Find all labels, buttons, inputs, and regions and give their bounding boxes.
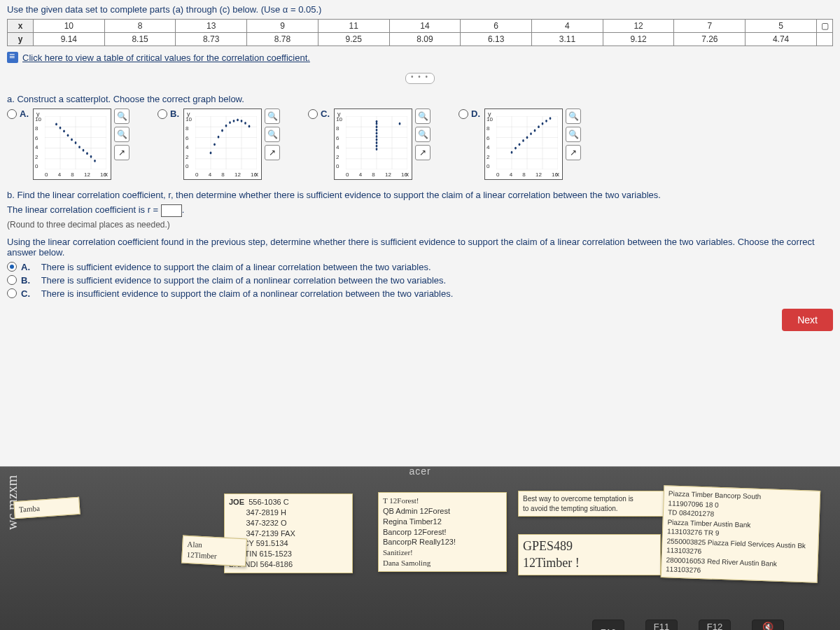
svg-point-77: [511, 151, 513, 154]
xtick: 0: [346, 172, 349, 178]
r-input[interactable]: [161, 204, 182, 217]
expand-icon[interactable]: ↗: [114, 145, 130, 160]
xcell: 14: [389, 20, 461, 33]
mc-b-text: There is sufficient evidence to support …: [41, 275, 447, 286]
scatter-option-d[interactable]: D. y x 10 8 6 4 2 0 0 4: [458, 108, 581, 180]
key-f12[interactable]: F12▶▶|: [699, 620, 731, 630]
sticky6-line: Piazza Timber Austin Bank: [667, 518, 750, 528]
radio-mc-a[interactable]: [7, 262, 17, 272]
next-button[interactable]: Next: [782, 309, 833, 331]
zoom-out-icon[interactable]: 🔍: [265, 127, 280, 142]
xtick: 0: [496, 172, 499, 178]
sticky2-line: 347-3232 O: [246, 519, 286, 527]
svg-point-11: [55, 123, 57, 126]
svg-point-87: [550, 117, 552, 120]
ycell: 8.78: [247, 33, 318, 46]
radio-b[interactable]: [158, 109, 167, 119]
xcell: 10: [34, 20, 105, 33]
svg-point-17: [78, 146, 80, 148]
ytick: 6: [35, 135, 45, 141]
svg-point-42: [244, 122, 246, 125]
mc-option-c[interactable]: C. There is insufficient evidence to sup…: [7, 288, 833, 299]
svg-point-37: [225, 125, 227, 127]
zoom-in-icon[interactable]: 🔍: [114, 108, 130, 124]
svg-point-41: [241, 120, 243, 122]
xtick: 8: [372, 172, 374, 178]
sticky3-line: Dana Samoling: [383, 559, 430, 567]
ytick: 4: [336, 144, 346, 150]
option-c-label: C.: [321, 108, 330, 119]
xcell: 5: [746, 20, 817, 33]
ycell: 9.25: [318, 33, 389, 46]
mc-c-text: There is insufficient evidence to suppor…: [41, 288, 454, 299]
svg-point-85: [542, 122, 544, 125]
zoom-out-icon[interactable]: 🔍: [566, 127, 581, 142]
keyboard-fkeys: F10 F11▶|| F12▶▶| 🔇✕: [592, 620, 784, 630]
zoom-out-icon[interactable]: 🔍: [415, 127, 430, 142]
radio-d[interactable]: [458, 109, 468, 119]
radio-mc-c[interactable]: [7, 288, 17, 298]
sticky6-line: TD 084201278: [668, 508, 715, 517]
svg-point-58: [376, 132, 378, 134]
mc-option-a[interactable]: A. There is sufficient evidence to suppo…: [7, 262, 833, 272]
svg-point-84: [538, 125, 540, 128]
zoom-in-icon[interactable]: 🔍: [415, 108, 430, 124]
ycell: 9.14: [34, 33, 105, 46]
sticky2b-line: 12Timber: [186, 550, 217, 560]
ytick: 6: [336, 135, 346, 141]
key-f10[interactable]: F10: [592, 620, 624, 630]
table-row: y 9.14 8.15 8.73 8.78 9.25 8.09 6.13 3.1…: [8, 33, 833, 46]
key-f11[interactable]: F11▶||: [645, 620, 678, 630]
svg-point-64: [376, 148, 378, 150]
sticky6-line: 113103276: [666, 565, 701, 574]
ytick: 2: [486, 154, 496, 160]
ytick: 0: [186, 163, 195, 169]
sticky4-line: to avoid the tempting situation.: [523, 505, 618, 512]
svg-point-62: [376, 120, 378, 123]
mc-option-b[interactable]: B. There is sufficient evidence to suppo…: [7, 275, 833, 286]
table-overflow-indicator[interactable]: ▢: [817, 20, 833, 33]
svg-point-81: [526, 136, 528, 139]
zoom-out-icon[interactable]: 🔍: [114, 127, 130, 142]
xtick: 8: [71, 172, 74, 178]
sticky6-line: 113103276: [666, 546, 701, 555]
sticky4-line: Best way to overcome temptation is: [523, 495, 634, 503]
svg-point-18: [83, 149, 85, 152]
radio-mc-b[interactable]: [7, 275, 17, 285]
scatter-option-c[interactable]: C. y x 10 8 6 4 2 0 0 4: [308, 108, 430, 180]
xtick: 0: [45, 172, 48, 178]
expand-icon[interactable]: ↗: [566, 145, 581, 160]
scatter-option-b[interactable]: B. y x 10 8 6 4 2 0 0 4: [158, 108, 280, 180]
critical-values-link[interactable]: Click here to view a table of critical v…: [22, 52, 310, 63]
scatter-option-a[interactable]: A. y x 10 8 6 4 2 0 0 4: [7, 108, 130, 180]
zoom-in-icon[interactable]: 🔍: [566, 108, 581, 124]
svg-point-13: [63, 130, 65, 132]
expand-icon[interactable]: ↗: [415, 145, 430, 160]
key-mute[interactable]: 🔇✕: [752, 620, 784, 630]
table-link-icon[interactable]: [7, 52, 18, 63]
ytick: 8: [336, 125, 346, 132]
part-b-label: b. Find the linear correlation coefficie…: [7, 190, 833, 200]
zoom-in-icon[interactable]: 🔍: [265, 108, 280, 124]
svg-point-39: [233, 120, 235, 122]
radio-a[interactable]: [7, 109, 17, 119]
svg-point-19: [86, 152, 88, 155]
expand-icon[interactable]: ↗: [265, 145, 280, 160]
xcell: 12: [603, 20, 674, 33]
monitor-brand: acer: [409, 467, 430, 477]
ytick: 2: [186, 154, 195, 160]
svg-point-78: [514, 147, 517, 150]
collapse-ellipsis-button[interactable]: • • •: [405, 73, 435, 84]
svg-point-38: [229, 121, 231, 124]
sticky3-line: Bancorp 12Forest!: [383, 528, 447, 536]
xtick: 12: [385, 172, 391, 178]
xtick: 4: [359, 172, 362, 178]
sticky2-line: 556-1036 C: [248, 498, 289, 506]
svg-point-59: [376, 129, 378, 132]
ycell: 6.13: [461, 33, 532, 46]
svg-point-79: [519, 143, 521, 146]
scatterplot-b: y x 10 8 6 4 2 0 0 4 8 12: [183, 108, 262, 180]
radio-c[interactable]: [308, 109, 318, 119]
ycell: 4.74: [746, 33, 817, 46]
sticky6-line: 111907096 18 0: [668, 499, 719, 509]
